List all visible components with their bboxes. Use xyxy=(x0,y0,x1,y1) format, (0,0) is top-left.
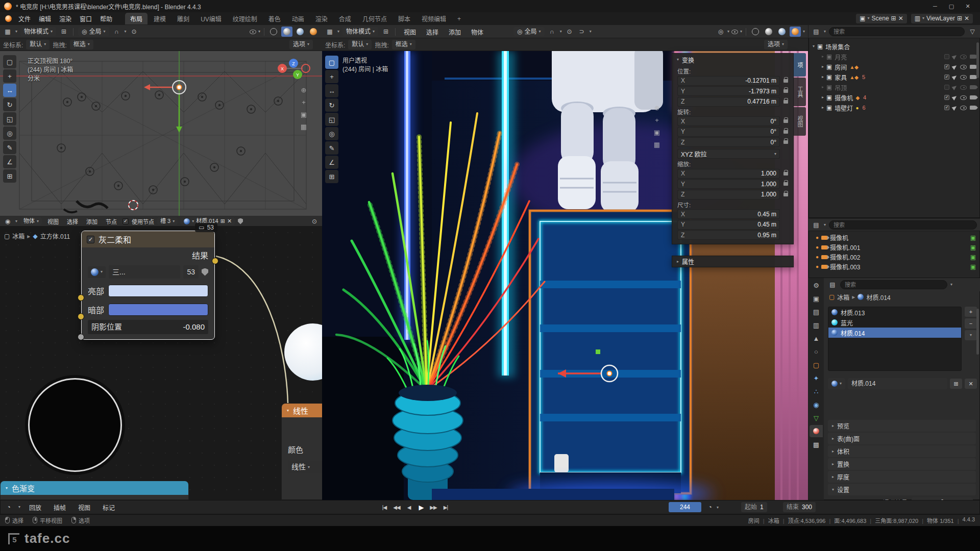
scale-tool[interactable]: ◱ xyxy=(325,113,338,126)
lock-icon[interactable] xyxy=(783,172,788,176)
orientation-selector[interactable]: ◎全局▾ xyxy=(78,27,109,36)
tab-world-icon[interactable]: ○ xyxy=(810,345,823,358)
outliner-row-wall-lights[interactable]: ▸▣ 墙壁灯 ● 6 ✓ xyxy=(808,103,980,113)
add-slot-button[interactable]: + xyxy=(965,307,977,317)
exclude-checkbox[interactable]: ✓ xyxy=(944,64,949,69)
exclude-checkbox[interactable] xyxy=(944,85,949,90)
browse-material-button[interactable]: ▾ xyxy=(828,378,845,389)
selectable-icon[interactable] xyxy=(951,64,958,70)
rotation-mode-dropdown[interactable]: XYZ 欧拉▾ xyxy=(677,149,780,159)
scale-z-field[interactable]: Z1.000 xyxy=(677,190,780,199)
active-camera-icon[interactable]: ▣ xyxy=(970,244,976,251)
menu-view[interactable]: 视图 xyxy=(400,27,420,37)
menu-add[interactable]: 添加 xyxy=(445,27,464,37)
outliner-row-camera-002[interactable]: ● 摄像机.002 ▣ xyxy=(808,252,980,262)
scene-selector[interactable]: ▣▾ Scene ⊞ ✕ xyxy=(856,14,907,23)
lock-icon[interactable] xyxy=(783,182,788,186)
auto-keying-icon[interactable]: ◔ xyxy=(705,503,715,512)
unlink-material-button[interactable]: ✕ xyxy=(965,379,977,389)
remove-viewlayer-icon[interactable]: ✕ xyxy=(964,15,969,22)
editor-type-icon[interactable]: ▤ xyxy=(812,27,821,36)
play-reverse-button[interactable]: ◀ xyxy=(403,503,414,512)
transform-tool[interactable]: ◎ xyxy=(325,127,338,140)
annotate-tool[interactable]: ✎ xyxy=(325,141,338,155)
pan-hand-icon[interactable]: + xyxy=(298,96,310,108)
linear-mode-dropdown[interactable]: 线性▾ xyxy=(288,461,322,473)
outliner-row-furniture[interactable]: ▸▣ 家具 ▲◆ 5 ✓ xyxy=(808,72,980,82)
output-socket[interactable] xyxy=(212,258,218,264)
viewlayer-selector[interactable]: ▥▾ ViewLayer ⊞ ✕ xyxy=(911,14,973,23)
exclude-checkbox[interactable]: ✓ xyxy=(944,95,949,100)
menu-object[interactable]: 物体 xyxy=(468,27,487,37)
maximize-button[interactable]: ▢ xyxy=(943,0,960,12)
menu-select[interactable]: 选择 xyxy=(423,27,442,37)
annotate-tool[interactable]: ✎ xyxy=(3,141,16,154)
pin-icon[interactable]: ⊙ xyxy=(310,217,319,226)
tab-render-icon[interactable]: ▣ xyxy=(810,292,823,305)
lock-icon[interactable] xyxy=(783,89,788,93)
gizmos-toggle-icon[interactable]: ◎ xyxy=(716,27,725,36)
shader-type-selector[interactable]: 物体▾ xyxy=(20,217,42,225)
add-primitive-tool[interactable]: ⊞ xyxy=(325,170,338,183)
light-input-socket[interactable] xyxy=(78,294,84,301)
axis-gizmo[interactable]: X Z Y xyxy=(275,55,312,82)
unlink-material-icon[interactable]: ✕ xyxy=(227,218,232,224)
editor-type-icon[interactable]: ◔ xyxy=(4,503,13,512)
drag-selector[interactable]: 框选▾ xyxy=(70,40,93,49)
selectable-icon[interactable] xyxy=(951,94,958,101)
tab-material-icon[interactable] xyxy=(810,425,823,437)
hide-render-icon[interactable] xyxy=(970,106,976,110)
scale-tool[interactable]: ◱ xyxy=(3,112,16,126)
breadcrumb-material[interactable]: 材质.014 xyxy=(866,293,890,302)
cursor-tool[interactable]: + xyxy=(3,69,16,83)
node-canvas[interactable]: ▢ 冰箱▸ ◆ 立方体.011 ▭53 ✓ 灰二柔和 结果 xyxy=(0,227,322,500)
slot-row[interactable]: 蓝光 xyxy=(828,317,961,328)
tab-tool-icon[interactable]: ⚙ xyxy=(810,279,823,291)
viewport-top-canvas[interactable]: 正交顶视图 180°(244) 房间 | 冰箱分米 ▢ + ↔ ↻ ◱ ◎ ✎ … xyxy=(0,51,322,216)
light-color-swatch[interactable] xyxy=(108,285,208,297)
dark-color-swatch[interactable] xyxy=(108,304,208,316)
selectable-icon[interactable] xyxy=(951,105,958,111)
close-button[interactable]: ✕ xyxy=(960,0,976,12)
next-keyframe-button[interactable]: ▶▶ xyxy=(428,503,439,512)
location-y-field[interactable]: Y-1.7973 m xyxy=(677,86,780,96)
tab-physics-icon[interactable]: ◉ xyxy=(810,398,823,411)
outliner-row-room[interactable]: ▸▣ 房间 ▲◆ ✓ xyxy=(808,62,980,72)
outliner-row-scene-collection[interactable]: ▾▣ 场景集合 xyxy=(808,41,980,52)
proportional-edit-icon[interactable]: ⊙ xyxy=(565,27,574,36)
outliner-row-camera-003[interactable]: ● 摄像机.003 ▣ xyxy=(808,262,980,271)
tab-texture-icon[interactable]: ▩ xyxy=(810,438,823,450)
editor-type-icon[interactable]: ◉ xyxy=(3,217,12,225)
hide-render-icon[interactable] xyxy=(970,95,976,99)
sidebar-tab-view[interactable]: 视图 xyxy=(794,107,806,136)
measure-tool[interactable]: ∠ xyxy=(325,156,338,169)
overlays-icon[interactable] xyxy=(731,30,738,34)
dim-z-field[interactable]: Z0.95 m xyxy=(677,230,780,240)
dim-y-field[interactable]: Y0.45 m xyxy=(677,220,780,230)
scale-x-field[interactable]: X1.000 xyxy=(677,169,780,179)
outliner-search-input[interactable] xyxy=(829,27,965,36)
menu-node[interactable]: 节点 xyxy=(103,217,119,226)
shading-material-button[interactable] xyxy=(295,27,306,37)
pivot-selector[interactable]: 默认▾ xyxy=(348,40,372,49)
node-preview-badge[interactable]: ▭53 xyxy=(195,223,217,232)
hide-viewport-icon[interactable] xyxy=(960,106,967,110)
options-dropdown[interactable]: 选项▾ xyxy=(764,40,788,49)
material-slots-list[interactable]: 材质.013 蓝光 材质.014 xyxy=(828,307,962,371)
rotation-z-field[interactable]: Z0° xyxy=(677,137,780,147)
camera-view-icon[interactable]: ▣ xyxy=(298,108,310,120)
transform-tool[interactable]: ◎ xyxy=(3,127,16,140)
workspace-tab-shading[interactable]: 着色 xyxy=(263,13,286,24)
hide-render-icon[interactable] xyxy=(970,55,976,59)
active-camera-icon[interactable]: ▣ xyxy=(970,254,976,261)
shading-material-button[interactable] xyxy=(776,27,788,37)
panel-thickness[interactable]: ▸厚度 xyxy=(828,471,976,483)
select-box-tool[interactable]: ▢ xyxy=(3,55,16,68)
hide-render-icon[interactable] xyxy=(970,65,976,69)
outliner-row-camera-001[interactable]: ● 摄像机.001 ▣ xyxy=(808,242,980,252)
workspace-tab-texturepaint[interactable]: 纹理绘制 xyxy=(228,13,262,24)
fake-user-icon[interactable] xyxy=(238,218,243,224)
outliner-row-cameras[interactable]: ▸▣ 摄像机 ◆ 4 ✓ xyxy=(808,92,980,103)
workspace-tab-animation[interactable]: 动画 xyxy=(287,13,309,24)
lock-icon[interactable] xyxy=(783,130,788,134)
